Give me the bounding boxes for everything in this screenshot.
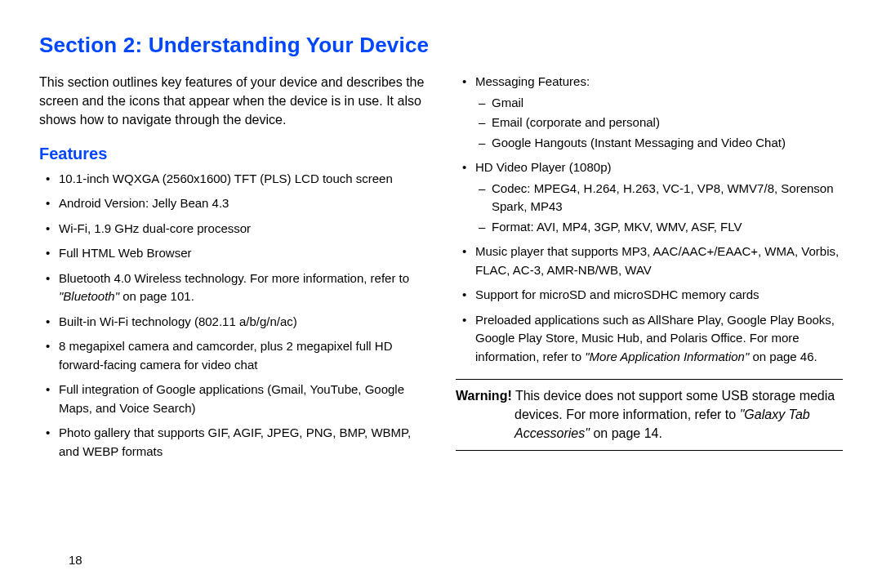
sublist-item: Email (corporate and personal) — [492, 114, 843, 132]
sublist: Gmail Email (corporate and personal) Goo… — [475, 94, 843, 153]
warning-text: on page 14. — [590, 426, 662, 440]
list-item: Wi-Fi, 1.9 GHz dual-core processor — [59, 220, 426, 238]
list-item-text: on page 101. — [119, 289, 194, 303]
list-item: Built-in Wi-Fi technology (802.11 a/b/g/… — [59, 313, 426, 332]
sublist-item: Gmail — [492, 94, 843, 113]
intro-paragraph: This section outlines key features of yo… — [39, 73, 426, 130]
list-item-text: on page 46. — [749, 350, 817, 363]
list-item: Messaging Features: Gmail Email (corpora… — [475, 73, 843, 152]
list-item: Preloaded applications such as AllShare … — [475, 311, 843, 367]
warning-label: Warning! — [456, 389, 512, 403]
list-item: Full integration of Google applications … — [59, 381, 426, 417]
sublist-item: Codec: MPEG4, H.264, H.263, VC-1, VP8, W… — [492, 180, 843, 216]
list-item-text: Bluetooth 4.0 Wireless technology. For m… — [59, 271, 409, 285]
cross-reference: "Bluetooth" — [59, 289, 119, 303]
sublist-item: Format: AVI, MP4, 3GP, MKV, WMV, ASF, FL… — [492, 218, 843, 237]
warning-block: Warning! This device does not support so… — [456, 379, 843, 451]
sublist: Codec: MPEG4, H.264, H.263, VC-1, VP8, W… — [475, 180, 843, 237]
list-item: Music player that supports MP3, AAC/AAC+… — [475, 243, 843, 279]
features-heading: Features — [39, 145, 426, 163]
list-item-text: HD Video Player (1080p) — [475, 160, 611, 174]
list-item: Android Version: Jelly Bean 4.3 — [59, 194, 426, 213]
list-item: Bluetooth 4.0 Wireless technology. For m… — [59, 270, 426, 306]
list-item: Photo gallery that supports GIF, AGIF, J… — [59, 424, 426, 461]
section-title: Section 2: Understanding Your Device — [39, 33, 843, 58]
page-number: 18 — [69, 553, 82, 567]
list-item: Support for microSD and microSDHC memory… — [475, 286, 843, 305]
list-item: Full HTML Web Browser — [59, 244, 426, 263]
right-column: Messaging Features: Gmail Email (corpora… — [456, 73, 843, 467]
two-column-layout: This section outlines key features of yo… — [39, 73, 843, 467]
features-list-left: 10.1-inch WQXGA (2560x1600) TFT (PLS) LC… — [39, 170, 426, 461]
cross-reference: "More Application Information" — [585, 350, 749, 363]
sublist-item: Google Hangouts (Instant Messaging and V… — [492, 134, 843, 153]
list-item: HD Video Player (1080p) Codec: MPEG4, H.… — [475, 158, 843, 236]
left-column: This section outlines key features of yo… — [39, 73, 426, 467]
features-list-right: Messaging Features: Gmail Email (corpora… — [456, 73, 843, 366]
list-item: 10.1-inch WQXGA (2560x1600) TFT (PLS) LC… — [59, 170, 426, 189]
list-item: 8 megapixel camera and camcorder, plus 2… — [59, 337, 426, 374]
list-item-text: Messaging Features: — [475, 74, 590, 88]
